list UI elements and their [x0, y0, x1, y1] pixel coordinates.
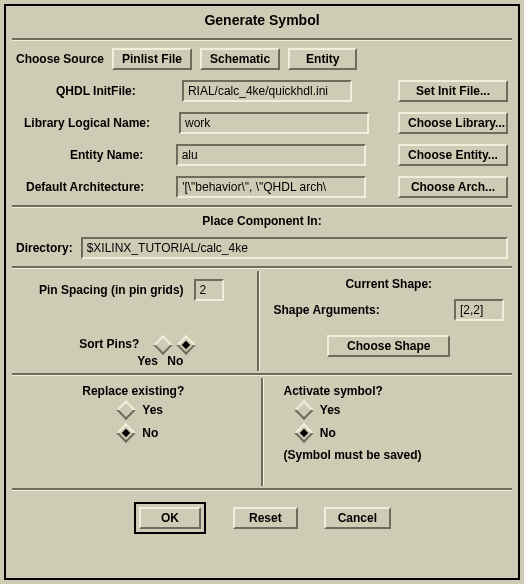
- replace-yes-row: Yes: [16, 398, 251, 421]
- activate-yes-row: Yes: [274, 398, 509, 421]
- library-row: Library Logical Name: Choose Library...: [6, 107, 518, 139]
- activate-no-row: No: [274, 421, 509, 444]
- replace-no-label: No: [142, 426, 158, 440]
- directory-row: Directory:: [6, 232, 518, 264]
- cancel-button[interactable]: Cancel: [324, 507, 391, 529]
- entity-row: Entity Name: Choose Entity...: [6, 139, 518, 171]
- activate-no-radio[interactable]: [294, 423, 314, 443]
- sort-pins-yes-radio[interactable]: [153, 335, 173, 355]
- sort-pins-no-radio[interactable]: [176, 335, 196, 355]
- choose-arch-button[interactable]: Choose Arch...: [398, 176, 508, 198]
- schematic-button[interactable]: Schematic: [200, 48, 280, 70]
- dialog-frame: Generate Symbol Choose Source Pinlist Fi…: [4, 4, 520, 580]
- entity-name-input[interactable]: [176, 144, 366, 166]
- activate-no-label: No: [320, 426, 336, 440]
- default-arch-input[interactable]: [176, 176, 366, 198]
- reset-button[interactable]: Reset: [233, 507, 298, 529]
- choose-source-row: Choose Source Pinlist File Schematic Ent…: [6, 43, 518, 75]
- replace-no-radio[interactable]: [116, 423, 136, 443]
- set-init-file-button[interactable]: Set Init File...: [398, 80, 508, 102]
- divider: [12, 38, 512, 41]
- activate-yes-radio[interactable]: [294, 400, 314, 420]
- pin-spacing-row: Pin Spacing (in pin grids): [16, 279, 247, 301]
- replace-heading: Replace existing?: [16, 384, 251, 398]
- entity-button[interactable]: Entity: [288, 48, 357, 70]
- replace-no-row: No: [16, 421, 251, 444]
- dialog-buttons: OK Reset Cancel: [6, 493, 518, 543]
- activate-heading: Activate symbol?: [274, 384, 509, 398]
- divider: [12, 266, 512, 269]
- choose-library-button[interactable]: Choose Library...: [398, 112, 508, 134]
- replace-col: Replace existing? Yes No: [6, 378, 261, 486]
- entity-label: Entity Name:: [70, 148, 143, 162]
- qhdl-label: QHDL InitFile:: [56, 84, 136, 98]
- replace-yes-radio[interactable]: [116, 400, 136, 420]
- shape-args-label: Shape Arguments:: [274, 303, 380, 317]
- library-name-input[interactable]: [179, 112, 369, 134]
- library-label: Library Logical Name:: [24, 116, 150, 130]
- replace-activate-section: Replace existing? Yes No Activate symbol…: [6, 378, 518, 486]
- shape-args-row: Shape Arguments:: [274, 299, 505, 321]
- shape-args-input[interactable]: [454, 299, 504, 321]
- pin-spacing-label: Pin Spacing (in pin grids): [39, 283, 184, 297]
- choose-shape-button[interactable]: Choose Shape: [327, 335, 450, 357]
- sort-pins-yes-label: Yes: [137, 354, 158, 368]
- divider: [12, 205, 512, 208]
- ok-button[interactable]: OK: [139, 507, 201, 529]
- qhdl-row: QHDL InitFile: Set Init File...: [6, 75, 518, 107]
- shape-col: Current Shape: Shape Arguments: Choose S…: [260, 271, 519, 371]
- divider: [12, 488, 512, 491]
- arch-row: Default Architecture: Choose Arch...: [6, 171, 518, 203]
- directory-input[interactable]: [81, 237, 508, 259]
- choose-entity-button[interactable]: Choose Entity...: [398, 144, 508, 166]
- pin-spacing-col: Pin Spacing (in pin grids) Sort Pins? Ye…: [6, 271, 257, 371]
- activate-yes-label: Yes: [320, 403, 341, 417]
- directory-label: Directory:: [16, 241, 73, 255]
- sort-pins-no-label: No: [167, 354, 183, 368]
- activate-note: (Symbol must be saved): [274, 444, 509, 466]
- sort-pins-row: Sort Pins? Yes No: [16, 321, 247, 352]
- replace-yes-label: Yes: [142, 403, 163, 417]
- pins-shape-section: Pin Spacing (in pin grids) Sort Pins? Ye…: [6, 271, 518, 371]
- pinlist-file-button[interactable]: Pinlist File: [112, 48, 192, 70]
- sort-pins-label: Sort Pins?: [79, 337, 139, 351]
- choose-source-label: Choose Source: [16, 52, 104, 66]
- arch-label: Default Architecture:: [26, 180, 144, 194]
- pin-spacing-input[interactable]: [194, 279, 224, 301]
- window-title: Generate Symbol: [6, 6, 518, 36]
- current-shape-heading: Current Shape:: [274, 277, 505, 291]
- qhdl-initfile-input[interactable]: [182, 80, 352, 102]
- activate-col: Activate symbol? Yes No (Symbol must be …: [264, 378, 519, 486]
- divider: [12, 373, 512, 376]
- choose-shape-row: Choose Shape: [274, 335, 505, 357]
- place-component-heading: Place Component In:: [6, 210, 518, 232]
